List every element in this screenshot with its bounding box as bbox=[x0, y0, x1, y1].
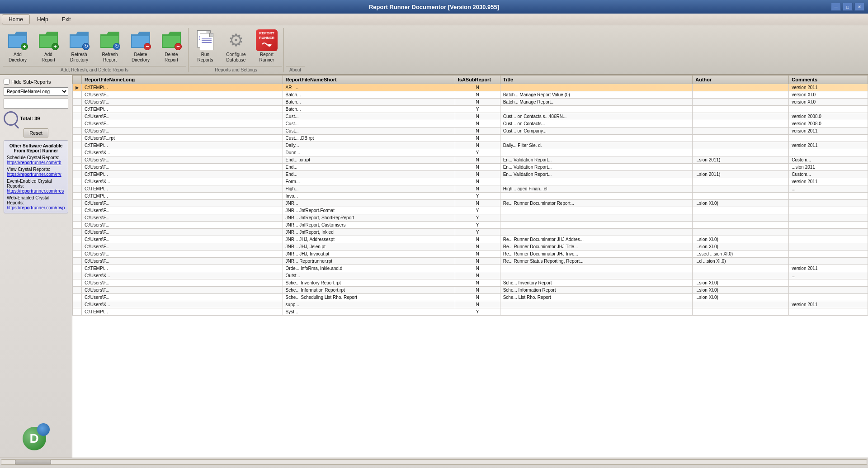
table-row[interactable]: C:\Users\F...Batch...NBatch... Manage Re… bbox=[73, 91, 868, 99]
report-runner-button[interactable]: REPORT RUNNER bbox=[252, 27, 282, 65]
cell-sub-report: N bbox=[455, 258, 500, 265]
table-row[interactable]: C:\Users\F...Cust...NCust... on Contacts… bbox=[73, 120, 868, 128]
cell-sub-report: N bbox=[455, 84, 500, 91]
menu-home[interactable]: Home bbox=[2, 14, 30, 24]
cell-title: Cust... on Contacts s...486RN... bbox=[500, 113, 693, 120]
table-row[interactable]: C:\Users\F...JNR... JHJ, Invocat.ptNRe..… bbox=[73, 251, 868, 258]
table-row[interactable]: C:\TEMP\...Invo...Y bbox=[73, 193, 868, 200]
horizontal-scrollbar[interactable] bbox=[0, 458, 868, 466]
run-reports-button[interactable]: RunReports bbox=[190, 27, 220, 65]
table-row[interactable]: C:\Users\F...JNR... JnfReport, InkledY bbox=[73, 229, 868, 236]
close-button[interactable]: ✕ bbox=[854, 3, 864, 11]
col-author[interactable]: Author bbox=[693, 76, 789, 84]
refresh-report-button[interactable]: ↻ RefreshReport bbox=[95, 27, 125, 65]
cell-short-name: supp... bbox=[283, 301, 455, 308]
cell-comments bbox=[789, 294, 868, 301]
cell-sub-report: N bbox=[455, 171, 500, 178]
cell-author: ...sion XI.0) bbox=[693, 279, 789, 287]
cell-short-name: Dunn... bbox=[283, 149, 455, 156]
hide-sub-reports-checkbox[interactable] bbox=[4, 79, 9, 85]
scroll-track[interactable] bbox=[1, 459, 867, 465]
row-arrow bbox=[73, 185, 82, 193]
event-label: Event-Enabled Crystal Reports: bbox=[7, 179, 65, 189]
refresh-directory-button[interactable]: ↻ RefreshDirectory bbox=[64, 27, 94, 65]
col-sub-report[interactable]: IsASubReport bbox=[455, 76, 500, 84]
cell-short-name: JNR... JnfReport, ShortRepReport bbox=[283, 214, 455, 222]
table-row[interactable]: C:\Users\K...Form...Nversion 2011 bbox=[73, 178, 868, 185]
configure-database-button[interactable]: ⚙ ConfigureDatabase bbox=[221, 27, 251, 65]
table-row[interactable]: C:\Users\F...Sche... Inventory Report.rp… bbox=[73, 279, 868, 287]
cell-author bbox=[693, 99, 789, 106]
table-row[interactable]: C:\Users\F...JNR... JnfReport.FormatY bbox=[73, 207, 868, 214]
cell-sub-report: N bbox=[455, 99, 500, 106]
maximize-button[interactable]: □ bbox=[843, 3, 853, 11]
add-report-button[interactable]: + AddReport bbox=[33, 27, 63, 65]
cell-sub-report: N bbox=[455, 135, 500, 142]
table-row[interactable]: C:\Users\F...Sche... Scheduling List Rho… bbox=[73, 294, 868, 301]
col-title[interactable]: Title bbox=[500, 76, 693, 84]
table-row[interactable]: C:\Users\K...supp...Nversion 2011 bbox=[73, 301, 868, 308]
add-directory-button[interactable]: + AddDirectory bbox=[3, 27, 33, 65]
event-link[interactable]: https://reportrunner.com/rres bbox=[7, 189, 65, 194]
cell-title bbox=[500, 135, 693, 142]
cell-short-name: End... bbox=[283, 171, 455, 178]
table-row[interactable]: C:\Users\F...Cust...NCust... on Company.… bbox=[73, 128, 868, 135]
col-long-name[interactable]: ReportFileNameLong bbox=[82, 76, 283, 84]
table-row[interactable]: C:\Users\F...JNR... JnfReport, Customser… bbox=[73, 222, 868, 229]
table-row[interactable]: C:\Users\K...Outst...N... bbox=[73, 272, 868, 279]
minimize-button[interactable]: ─ bbox=[831, 3, 841, 11]
group3-label: About bbox=[286, 66, 305, 73]
cell-long-name: C:\Users\F... bbox=[82, 236, 283, 243]
menu-help[interactable]: Help bbox=[31, 15, 55, 24]
add-directory-label: AddDirectory bbox=[9, 52, 27, 63]
table-row[interactable]: C:\TEMP\...Syst...Y bbox=[73, 308, 868, 316]
scroll-thumb[interactable] bbox=[15, 460, 51, 464]
web-link[interactable]: https://reportrunner.com/rrwp bbox=[7, 205, 65, 210]
search-input[interactable] bbox=[4, 99, 68, 109]
delete-report-button[interactable]: − DeleteReport bbox=[156, 27, 186, 65]
reset-button[interactable]: Reset bbox=[24, 128, 48, 137]
table-row[interactable]: C:\Users\F...rptCust... .DB.rptN bbox=[73, 135, 868, 142]
view-link[interactable]: https://reportrunner.com/rrv bbox=[7, 172, 65, 177]
cell-comments bbox=[789, 236, 868, 243]
total-count: Total: 39 bbox=[20, 116, 40, 121]
table-row[interactable]: C:\Users\F...Cust...NCust... on Contacts… bbox=[73, 113, 868, 120]
menu-exit[interactable]: Exit bbox=[56, 15, 77, 24]
delete-directory-button[interactable]: − DeleteDirectory bbox=[126, 27, 156, 65]
table-row[interactable]: C:\Users\F...Batch...NBatch... Manage Re… bbox=[73, 99, 868, 106]
report-runner-label: ReportRunner bbox=[259, 52, 274, 63]
table-row[interactable]: C:\TEMP\...Orde... InfoRma, Inkle.and.dN… bbox=[73, 265, 868, 272]
cell-short-name: JNR... JnfReport, Customsers bbox=[283, 222, 455, 229]
table-row[interactable]: C:\TEMP\...Daily...NDaily... Filter Sle.… bbox=[73, 142, 868, 149]
cell-sub-report: N bbox=[455, 287, 500, 294]
table-row[interactable]: C:\Users\F...JNR... JHJ, Jelen.ptNRe... … bbox=[73, 243, 868, 251]
cell-comments: version XI.0 bbox=[789, 91, 868, 99]
cell-author bbox=[693, 229, 789, 236]
table-row[interactable]: ▶C:\TEMP\...AR - ...Nversion 2011 bbox=[73, 84, 868, 91]
cell-comments bbox=[789, 222, 868, 229]
table-row[interactable]: C:\Users\F...JNR...NRe... Runner Documin… bbox=[73, 200, 868, 207]
table-row[interactable]: C:\Users\F...JNR... Reportrunner.rptNRe.… bbox=[73, 258, 868, 265]
logo-bubble bbox=[37, 423, 50, 436]
sort-by-select[interactable]: ReportFileNameLong bbox=[4, 87, 68, 96]
table-row[interactable]: C:\TEMP\...End...NEn... Validation Repor… bbox=[73, 171, 868, 178]
table-row[interactable]: C:\TEMP\...Batch...Y bbox=[73, 106, 868, 113]
table-row[interactable]: C:\Users\F...Sche... Information Report.… bbox=[73, 287, 868, 294]
table-row[interactable]: C:\Users\F...End...NEn... Validation Rep… bbox=[73, 164, 868, 171]
row-arrow bbox=[73, 200, 82, 207]
table-row[interactable]: C:\Users\F...JNR... JHJ, AddressesptNRe.… bbox=[73, 236, 868, 243]
report-table-container[interactable]: ReportFileNameLong ReportFileNameShort I… bbox=[72, 75, 868, 458]
table-row[interactable]: C:\TEMP\...High...NHigh... aged Finan...… bbox=[73, 185, 868, 193]
col-comments[interactable]: Comments bbox=[789, 76, 868, 84]
cell-sub-report: Y bbox=[455, 207, 500, 214]
table-row[interactable]: C:\Users\F...JNR... JnfReport, ShortRepR… bbox=[73, 214, 868, 222]
col-short-name[interactable]: ReportFileNameShort bbox=[283, 76, 455, 84]
cell-title: En... Validation Report... bbox=[500, 171, 693, 178]
schedule-link[interactable]: https://reportrunner.com/rtb bbox=[7, 160, 65, 165]
cell-long-name: C:\Users\F... bbox=[82, 99, 283, 106]
table-row[interactable]: C:\Users\K...Dunn...Y bbox=[73, 149, 868, 156]
cell-short-name: Invo... bbox=[283, 193, 455, 200]
cell-long-name: C:\Users\F... bbox=[82, 229, 283, 236]
table-row[interactable]: C:\Users\F...End... .or.rptNEn... Valida… bbox=[73, 156, 868, 164]
cell-comments: Custom... bbox=[789, 171, 868, 178]
